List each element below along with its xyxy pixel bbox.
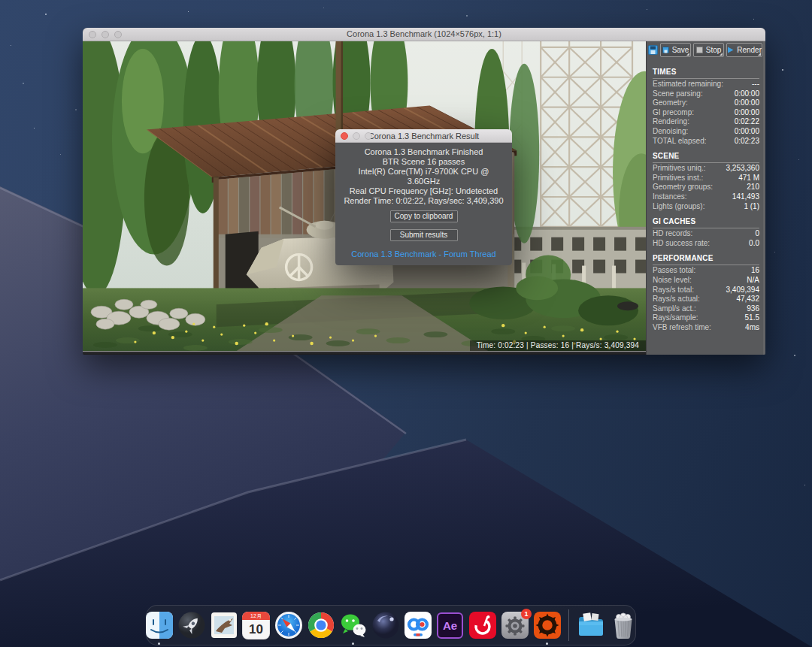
star bbox=[23, 83, 24, 84]
stat-value: 47,432 bbox=[736, 295, 759, 304]
window-titlebar[interactable]: Corona 1.3 Benchmark (1024×576px, 1:1) bbox=[83, 28, 765, 41]
dock-item-wechat[interactable] bbox=[338, 611, 368, 640]
dock-item-finder[interactable] bbox=[144, 611, 174, 640]
stat-label: Scene parsing: bbox=[653, 89, 703, 98]
trash-full-icon bbox=[609, 611, 638, 639]
stat-row: Rays/s actual:47,432 bbox=[653, 295, 759, 304]
chrome-icon bbox=[307, 611, 335, 639]
launchpad-rocket-icon bbox=[177, 611, 206, 639]
stat-row: TOTAL elapsed:0:02:23 bbox=[653, 137, 759, 146]
stat-row: Primitives inst.:471 M bbox=[653, 174, 759, 183]
stat-value: 0 bbox=[755, 229, 759, 238]
dropdown-corner-icon bbox=[720, 53, 723, 56]
stat-value: 0:00:00 bbox=[735, 89, 759, 98]
stop-icon bbox=[696, 47, 703, 53]
window-controls bbox=[89, 28, 122, 41]
dock-item-mail[interactable] bbox=[209, 611, 238, 640]
after-effects-icon: Ae bbox=[437, 612, 463, 639]
stat-value: 471 M bbox=[738, 174, 759, 183]
stat-label: Rays/s total: bbox=[653, 286, 694, 295]
stat-value: 3,409,394 bbox=[726, 286, 760, 295]
save-icon bbox=[662, 47, 669, 53]
dock-item-netease-music[interactable] bbox=[468, 611, 497, 640]
stat-value: 4ms bbox=[745, 323, 759, 332]
dock-item-corona-renderer[interactable] bbox=[532, 611, 562, 640]
save-disk-icon[interactable] bbox=[648, 45, 658, 55]
stat-value: 0:00:00 bbox=[735, 127, 759, 136]
stat-label: Geometry groups: bbox=[653, 183, 713, 192]
calendar-month: 12月 bbox=[242, 612, 270, 620]
stat-value: --- bbox=[752, 80, 759, 89]
star bbox=[45, 14, 47, 15]
dock-item-launchpad[interactable] bbox=[177, 611, 206, 640]
stop-button[interactable]: Stop bbox=[693, 43, 724, 57]
stat-value: 0:02:22 bbox=[735, 117, 759, 126]
dock-item-calendar[interactable]: 12月 10 bbox=[241, 611, 271, 640]
stat-value: 0:00:00 bbox=[735, 108, 759, 117]
stat-label: Primitives uniq.: bbox=[653, 164, 706, 173]
minimize-button[interactable] bbox=[102, 31, 109, 38]
dialog-body: Corona 1.3 Benchmark Finished BTR Scene … bbox=[335, 143, 512, 265]
section-title: PERFORMANCE bbox=[653, 254, 759, 265]
running-indicator bbox=[352, 642, 354, 645]
close-button[interactable] bbox=[89, 31, 96, 38]
dock-item-after-effects[interactable]: Ae bbox=[435, 611, 465, 640]
dock-item-downloads-folder[interactable] bbox=[576, 611, 605, 640]
star bbox=[794, 355, 795, 356]
stat-label: Rays/s actual: bbox=[653, 295, 700, 304]
stat-row: Geometry:0:00:00 bbox=[653, 98, 759, 107]
stat-label: Primitives inst.: bbox=[653, 174, 703, 183]
stat-value: 3,253,360 bbox=[726, 164, 760, 173]
stat-value: 1 (1) bbox=[744, 202, 759, 211]
section-title: TIMES bbox=[653, 68, 759, 79]
stat-label: GI precomp: bbox=[653, 108, 694, 117]
stat-label: Sampl/s act.: bbox=[653, 304, 696, 313]
dropdown-corner-icon bbox=[686, 53, 689, 56]
stat-value: 210 bbox=[747, 183, 759, 192]
render-button[interactable]: Render bbox=[726, 43, 762, 57]
dialog-titlebar[interactable]: Corona 1.3 Benchmark Result bbox=[335, 129, 512, 143]
finder-icon bbox=[145, 611, 174, 639]
netease-music-icon bbox=[468, 611, 497, 639]
stat-row: Noise level:N/A bbox=[653, 276, 759, 285]
dock-item-safari[interactable] bbox=[274, 611, 303, 640]
safari-compass-icon bbox=[274, 611, 303, 639]
dialog-close-button[interactable] bbox=[341, 132, 348, 140]
dialog-title: Corona 1.3 Benchmark Result bbox=[368, 132, 479, 141]
stat-row: Rays/sample:51.5 bbox=[653, 313, 759, 322]
dock-item-system-preferences[interactable]: 1 bbox=[500, 611, 529, 640]
star bbox=[75, 109, 77, 110]
dock: 12月 10 bbox=[146, 605, 636, 645]
dock-item-trash[interactable] bbox=[608, 611, 638, 640]
stat-row: GI precomp:0:00:00 bbox=[653, 108, 759, 117]
stat-row: Geometry groups:210 bbox=[653, 183, 759, 192]
stat-value: 141,493 bbox=[732, 192, 759, 201]
stat-value: 51.5 bbox=[745, 313, 759, 322]
dialog-zoom-button bbox=[365, 132, 372, 140]
stat-row: Passes total:16 bbox=[653, 266, 759, 275]
result-line: Real CPU Frequency [GHz]: Undetected bbox=[341, 186, 506, 196]
render-play-icon bbox=[727, 47, 734, 53]
stat-label: Estimated remaining: bbox=[653, 80, 723, 89]
corona-renderer-icon bbox=[533, 611, 562, 639]
stat-value: 0.0 bbox=[749, 239, 759, 248]
dock-item-baidu-netdisk[interactable] bbox=[403, 611, 432, 640]
submit-results-button[interactable]: Submit results bbox=[390, 229, 458, 241]
copy-to-clipboard-button[interactable]: Copy to clipboard bbox=[390, 210, 458, 222]
render-toolbar: Save Stop Render bbox=[647, 41, 765, 59]
window-title: Corona 1.3 Benchmark (1024×576px, 1:1) bbox=[347, 28, 501, 41]
notification-badge: 1 bbox=[521, 609, 532, 619]
stat-label: VFB refresh time: bbox=[653, 323, 711, 332]
zoom-button[interactable] bbox=[114, 31, 122, 38]
cinema4d-icon bbox=[371, 611, 400, 639]
dock-item-cinema4d[interactable] bbox=[371, 611, 400, 640]
stat-label: HD records: bbox=[653, 229, 692, 238]
stat-row: Lights (groups):1 (1) bbox=[653, 202, 759, 211]
dock-item-chrome[interactable] bbox=[306, 611, 335, 640]
dock-separator bbox=[568, 609, 569, 641]
benchmark-result-dialog: Corona 1.3 Benchmark Result Corona 1.3 B… bbox=[335, 129, 512, 265]
save-button[interactable]: Save bbox=[660, 43, 691, 57]
star bbox=[466, 15, 468, 17]
forum-thread-link[interactable]: Corona 1.3 Benchmark - Forum Thread bbox=[341, 249, 506, 258]
render-status-overlay: Time: 0:02:23 | Passes: 16 | Rays/s: 3,4… bbox=[470, 340, 646, 351]
